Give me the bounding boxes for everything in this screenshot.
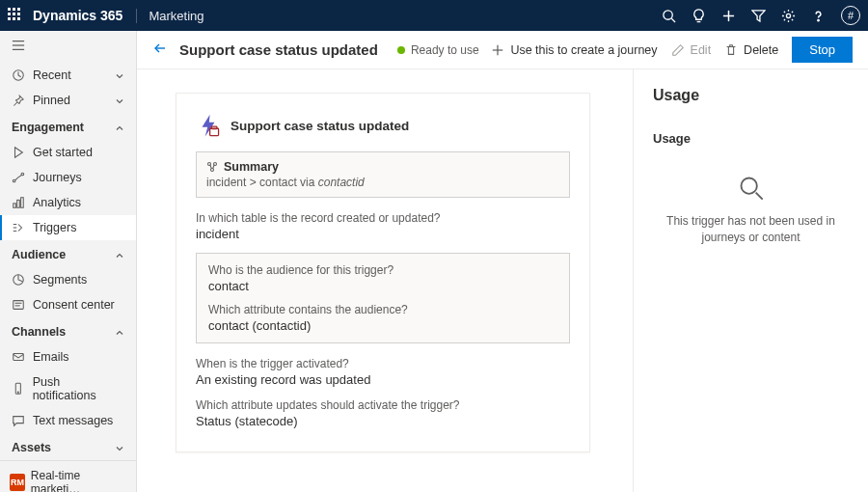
nav-section-audience[interactable]: Audience <box>0 240 136 267</box>
usage-empty-state: This trigger has not been used in journe… <box>653 175 849 246</box>
area-badge: RM <box>10 474 25 491</box>
svg-rect-22 <box>14 301 24 310</box>
global-nav: Dynamics 365 Marketing # <box>0 0 868 31</box>
nav-text[interactable]: Text messages <box>0 408 136 433</box>
svg-point-13 <box>13 179 15 182</box>
nav-label: Segments <box>33 273 87 287</box>
trigger-bolt-icon <box>196 113 221 138</box>
nav-triggers[interactable]: Triggers <box>0 215 136 240</box>
nav-label: Pinned <box>33 94 70 107</box>
usage-title: Usage <box>653 87 849 104</box>
svg-point-36 <box>741 178 756 194</box>
sidebar: Recent Pinned Engagement Get started Jou… <box>0 31 137 492</box>
sidebar-toggle[interactable] <box>0 31 136 63</box>
q-attr-audience-label: Which attribute contains the audience? <box>208 303 557 316</box>
nav-journeys[interactable]: Journeys <box>0 165 136 190</box>
nav-label: Text messages <box>33 414 113 427</box>
help-icon[interactable] <box>811 9 826 23</box>
command-bar-actions: Use this to create a journey Edit Delete… <box>491 37 853 63</box>
svg-point-6 <box>786 14 790 17</box>
svg-line-1 <box>671 18 675 22</box>
svg-marker-12 <box>15 148 23 158</box>
mail-icon <box>12 350 25 364</box>
nav-label: Consent center <box>33 298 115 312</box>
delete-button[interactable]: Delete <box>724 43 778 57</box>
cmd-label: Edit <box>691 43 712 57</box>
a-attr-activate-value: Status (statecode) <box>196 414 570 428</box>
topbar-left: Dynamics 365 Marketing <box>8 8 203 23</box>
nav-section-engagement[interactable]: Engagement <box>0 113 136 140</box>
user-avatar[interactable]: # <box>841 6 860 25</box>
nav-analytics[interactable]: Analytics <box>0 190 136 215</box>
nav-segments[interactable]: Segments <box>0 267 136 292</box>
link-icon <box>206 161 218 173</box>
card-title: Support case status updated <box>231 119 409 133</box>
svg-marker-5 <box>752 10 765 20</box>
section-label: Channels <box>12 325 66 339</box>
a-audience-value: contact <box>208 279 557 293</box>
chevron-down-icon <box>115 70 124 80</box>
nav-section-channels[interactable]: Channels <box>0 317 136 344</box>
trash-icon <box>724 43 738 57</box>
lightbulb-icon[interactable] <box>692 9 706 23</box>
nav-push[interactable]: Push notifications <box>0 369 136 408</box>
chevron-down-icon <box>115 96 124 105</box>
filter-icon[interactable] <box>751 9 766 23</box>
nav-section-assets[interactable]: Assets <box>0 433 136 460</box>
usage-subtitle: Usage <box>653 131 849 146</box>
trigger-summary-card: Support case status updated Summary inci… <box>176 93 590 452</box>
svg-rect-17 <box>21 198 24 208</box>
nav-label: Emails <box>33 350 69 364</box>
stop-button[interactable]: Stop <box>792 37 853 63</box>
plus-icon <box>491 43 504 57</box>
nav-consent-center[interactable]: Consent center <box>0 292 136 317</box>
svg-point-0 <box>664 10 672 18</box>
status-text: Ready to use <box>411 43 479 57</box>
brand-name: Dynamics 365 <box>33 8 122 23</box>
trigger-icon <box>12 221 25 234</box>
clock-icon <box>12 68 25 82</box>
summary-label: Summary <box>224 160 279 174</box>
q-table-label: In which table is the record created or … <box>196 211 570 225</box>
svg-rect-15 <box>14 204 16 207</box>
svg-point-35 <box>211 169 214 172</box>
q-audience-label: Who is the audience for this trigger? <box>208 263 557 277</box>
nav-emails[interactable]: Emails <box>0 344 136 369</box>
app-launcher-icon[interactable] <box>8 8 23 23</box>
nav-pinned[interactable]: Pinned <box>0 88 136 113</box>
status-indicator: Ready to use <box>397 43 479 57</box>
search-icon[interactable] <box>662 9 676 23</box>
segments-icon <box>12 273 25 287</box>
back-button[interactable] <box>152 41 168 59</box>
svg-rect-32 <box>211 126 217 128</box>
plus-icon[interactable] <box>721 9 736 23</box>
nav-get-started[interactable]: Get started <box>0 140 136 165</box>
use-to-create-journey-button[interactable]: Use this to create a journey <box>491 43 657 57</box>
nav-label: Recent <box>33 68 71 82</box>
q-attr-activate-label: Which attribute updates should activate … <box>196 398 570 412</box>
section-label: Engagement <box>12 121 84 134</box>
gear-icon[interactable] <box>781 9 796 23</box>
edit-button[interactable]: Edit <box>671 43 712 57</box>
phone-icon <box>12 382 25 396</box>
a-table-value: incident <box>196 227 570 241</box>
area-switcher[interactable]: RM Real-time marketi… <box>0 460 136 492</box>
svg-rect-25 <box>14 354 24 361</box>
journey-icon <box>12 171 25 184</box>
cmd-label: Delete <box>744 43 778 57</box>
page-title: Support case status updated <box>179 41 378 58</box>
chart-icon <box>12 196 25 209</box>
summary-heading: Summary <box>206 160 559 174</box>
area-label: Real-time marketi… <box>31 469 121 492</box>
chat-icon <box>12 414 25 427</box>
nav-recent[interactable]: Recent <box>0 63 136 88</box>
usage-empty-text: This trigger has not been used in journe… <box>653 213 849 246</box>
section-label: Audience <box>12 248 66 261</box>
command-bar: Support case status updated Ready to use… <box>137 31 868 69</box>
svg-point-27 <box>17 392 18 393</box>
section-label: Assets <box>12 441 51 454</box>
content-main: Support case status updated Summary inci… <box>137 69 633 492</box>
audience-box: Who is the audience for this trigger? co… <box>196 253 570 343</box>
pencil-icon <box>671 43 685 57</box>
usage-pane: Usage Usage This trigger has not been us… <box>633 69 868 492</box>
